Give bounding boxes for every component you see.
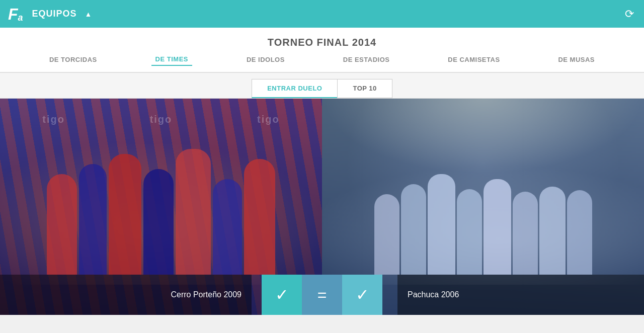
player-right-7 <box>539 187 566 275</box>
player-sim-6 <box>213 179 242 275</box>
category-de-torcidas[interactable]: DE TORCIDAS <box>45 54 101 65</box>
player-sim-3 <box>109 154 141 275</box>
category-de-idolos[interactable]: DE IDOLOS <box>243 54 289 65</box>
category-navigation: DE TORCIDAS DE TIMES DE IDOLOS DE ESTADI… <box>0 53 644 73</box>
logo-sub: a <box>18 13 23 23</box>
player-right-4 <box>457 189 482 275</box>
logo-area: Fa EQUIPOS ▲ <box>8 6 92 22</box>
footer-area <box>0 315 644 333</box>
top-navigation: Fa EQUIPOS ▲ ⟳ <box>0 0 644 28</box>
vote-right-button[interactable]: ✓ <box>342 275 382 315</box>
left-team-label: Cerro Porteño 2009 <box>0 275 252 315</box>
player-right-3 <box>428 174 455 275</box>
player-sim-2 <box>79 164 107 275</box>
vote-left-button[interactable]: ✓ <box>262 275 302 315</box>
player-sim-7 <box>244 159 275 275</box>
category-de-estadios[interactable]: DE ESTADIOS <box>339 54 394 65</box>
category-de-camisetas[interactable]: DE CAMISETAS <box>444 54 504 65</box>
player-right-5 <box>484 179 511 275</box>
category-de-times[interactable]: DE TIMES <box>151 53 192 66</box>
player-sim-5 <box>176 149 211 275</box>
player-right-1 <box>374 194 399 275</box>
main-content: tigo tigo tigo <box>0 99 644 315</box>
left-team-name: Cerro Porteño 2009 <box>171 290 242 299</box>
right-team-label: Pachuca 2006 <box>397 275 644 315</box>
logo-icon: Fa <box>8 6 23 22</box>
draw-button[interactable]: = <box>302 275 342 315</box>
player-right-2 <box>401 184 426 275</box>
player-sim-4 <box>143 169 174 275</box>
sub-tabs: ENTRAR DUELO TOP 10 <box>0 73 644 99</box>
player-sim-1 <box>47 174 77 275</box>
action-buttons: ✓ = ✓ <box>262 275 382 315</box>
refresh-icon[interactable]: ⟳ <box>625 8 634 21</box>
tournament-header: TORNEO FINAL 2014 <box>0 28 644 53</box>
tab-top-10[interactable]: TOP 10 <box>337 79 392 98</box>
category-de-musas[interactable]: DE MUSAS <box>554 54 599 65</box>
nav-title: EQUIPOS <box>32 9 77 19</box>
tournament-title: TORNEO FINAL 2014 <box>268 37 376 48</box>
bottom-bar: Cerro Porteño 2009 ✓ = ✓ Pachuca 2006 <box>0 275 644 315</box>
player-right-8 <box>567 190 592 275</box>
player-right-6 <box>513 192 538 275</box>
tab-entrar-duelo[interactable]: ENTRAR DUELO <box>252 79 337 98</box>
right-team-name: Pachuca 2006 <box>408 290 459 299</box>
nav-arrow-icon[interactable]: ▲ <box>85 10 92 18</box>
